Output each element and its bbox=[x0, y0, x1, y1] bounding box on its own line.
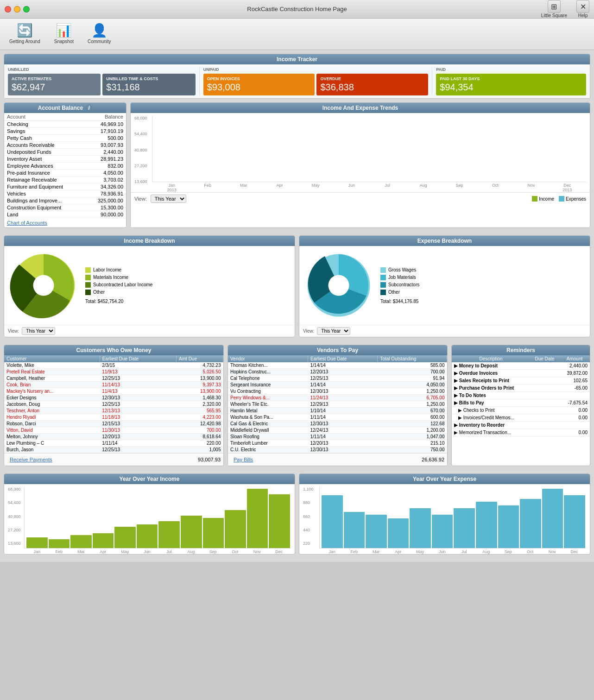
getting-around-button[interactable]: 🔄 Getting Around bbox=[9, 24, 40, 44]
snapshot-button[interactable]: 📊 Snapshot bbox=[54, 24, 74, 44]
balance-row: Accounts Receivable93,007.93 bbox=[4, 142, 126, 149]
balance-account: Undeposited Funds bbox=[4, 149, 85, 156]
month-label: Oct bbox=[477, 183, 513, 192]
reminder-description: ▶ Sales Receipts to Print bbox=[452, 377, 530, 385]
month-label: Feb bbox=[190, 183, 226, 192]
yoy-expense-bar bbox=[542, 489, 563, 548]
overdue-label: OVERDUE bbox=[320, 76, 424, 81]
yoy-expense-bar bbox=[322, 495, 343, 548]
income-view-select[interactable]: This Year bbox=[22, 327, 55, 335]
reminder-row: ▶ Checks to Print0.00 bbox=[452, 407, 590, 414]
customer-due-date: 11/9/13 bbox=[100, 369, 176, 375]
customer-row: Cook, Brian11/14/139,397.33 bbox=[4, 382, 223, 388]
yoy-expense-bar bbox=[564, 495, 585, 548]
balance-amount: 325,000.00 bbox=[85, 197, 126, 204]
vendor-outstanding: 1,047.00 bbox=[378, 434, 447, 440]
minimize-button[interactable] bbox=[14, 6, 20, 13]
yoy-expense-month: Jun bbox=[431, 549, 454, 554]
open-invoices-value: $93,008 bbox=[207, 82, 311, 93]
vendor-outstanding: 700.00 bbox=[378, 369, 447, 375]
yoy-income-month: Sep bbox=[202, 549, 224, 554]
subcontracted-income-label: Subcontracted Labor Income bbox=[93, 282, 152, 287]
expense-view-select[interactable]: This Year bbox=[317, 327, 350, 335]
close-button[interactable] bbox=[5, 6, 11, 13]
labor-income-color bbox=[85, 267, 91, 273]
trends-month-labels: Jan 2013FebMarAprMayJunJulAugSepOctNovDe… bbox=[152, 182, 586, 192]
income-breakdown-header: Income Breakdown bbox=[4, 236, 295, 246]
vendor-row: Wheeler's Tile Etc.12/29/131,250.00 bbox=[228, 401, 447, 408]
customer-amt: 5,026.50 bbox=[177, 369, 223, 375]
vendor-row: Hamlin Metal1/10/14670.00 bbox=[228, 408, 447, 414]
vendor-due-date: 12/29/13 bbox=[308, 401, 378, 408]
window-title: RockCastle Construction Home Page bbox=[247, 6, 347, 13]
vendor-row: Cal Gas & Electric12/30/13122.68 bbox=[228, 421, 447, 427]
month-label: Dec 2013 bbox=[549, 183, 585, 192]
view-select[interactable]: This Year bbox=[151, 195, 186, 203]
col-reminder-due-date: Due Date bbox=[530, 355, 559, 362]
vendor-due-date: 12/20/13 bbox=[308, 440, 378, 447]
account-balance-panel: Account Balance i Account Balance Checki… bbox=[4, 102, 126, 228]
customer-name: Melton, Johnny bbox=[4, 434, 100, 440]
balance-account: Retainage Receivable bbox=[4, 177, 85, 183]
active-estimates-value: $62,947 bbox=[12, 82, 97, 93]
vendor-due-date: 12/25/13 bbox=[308, 375, 378, 382]
yoy-expense-month: Feb bbox=[343, 549, 366, 554]
customer-row: Melton, Johnny12/20/138,618.64 bbox=[4, 434, 223, 440]
paid-last-value: $94,354 bbox=[440, 82, 582, 93]
month-label: Jul bbox=[369, 183, 405, 192]
vendors-pay-title: Vendors To Pay bbox=[317, 347, 358, 353]
info-icon[interactable]: i bbox=[86, 105, 92, 111]
yoy-income-bar bbox=[181, 516, 202, 548]
reminders-table: Description Due Date Amount ▶ Money to D… bbox=[452, 355, 590, 436]
trends-panel: Income And Expense Trends 68,000 54,400 … bbox=[130, 102, 590, 228]
vendor-outstanding: 91.94 bbox=[378, 375, 447, 382]
yoy-expense-month: Sep bbox=[497, 549, 519, 554]
yoy-expense-month: Jan bbox=[321, 549, 343, 554]
customers-owe-table: Customer Earliest Due Date Amt Due Viole… bbox=[4, 355, 223, 453]
community-button[interactable]: 👤 Community bbox=[88, 24, 111, 44]
yoy-income-bar bbox=[247, 489, 268, 548]
month-label: Sep bbox=[442, 183, 478, 192]
reminder-amount: 0.00 bbox=[559, 407, 590, 414]
customer-row: Hendro Riyadi11/18/134,223.00 bbox=[4, 414, 223, 421]
customer-amt: 9,397.33 bbox=[177, 382, 223, 388]
reminder-due-date bbox=[530, 429, 559, 436]
balance-account: Checking bbox=[4, 121, 85, 128]
balance-account: Land bbox=[4, 211, 85, 218]
receive-payments-link[interactable]: Receive Payments bbox=[7, 455, 55, 464]
reminder-amount: 0.00 bbox=[559, 414, 590, 422]
maximize-button[interactable] bbox=[23, 6, 30, 13]
subcontractors-color bbox=[380, 282, 386, 288]
yoy-income-month-labels: JanFebMarAprMayJunJulAugSepOctNovDec bbox=[24, 549, 291, 554]
little-square-button[interactable]: ⊞ Little Square bbox=[541, 0, 567, 18]
customer-amt: 13,900.00 bbox=[177, 375, 223, 382]
reminder-description: ▶ Checks to Print bbox=[452, 407, 530, 414]
titlebar-right-actions: ⊞ Little Square ✕ Help bbox=[541, 0, 589, 18]
customers-footer: Receive Payments 93,007.93 bbox=[4, 453, 223, 466]
chart-of-accounts-link[interactable]: Chart of Accounts bbox=[4, 218, 50, 227]
month-label: Jan 2013 bbox=[154, 183, 190, 192]
customer-row: Ecker Designs12/30/131,468.30 bbox=[4, 395, 223, 401]
vendor-row: Vu Contracting12/30/131,250.00 bbox=[228, 388, 447, 395]
customer-due-date: 11/4/13 bbox=[100, 388, 176, 395]
pay-bills-link[interactable]: Pay Bills bbox=[231, 455, 256, 464]
vendor-name: Washuta & Son Pa... bbox=[228, 414, 308, 421]
reminder-description: ▶ Inventory to Reorder bbox=[452, 422, 530, 429]
customer-name: Vitton, David bbox=[4, 427, 100, 434]
trends-chart-area: 68,000 54,400 40,800 27,200 13,600 Jan 2… bbox=[131, 113, 590, 192]
vendor-name: Wheeler's Tile Etc. bbox=[228, 401, 308, 408]
reminder-description: ▶ Memorized Transaction... bbox=[452, 429, 530, 436]
customer-due-date: 12/20/13 bbox=[100, 434, 176, 440]
reminder-description: ▶ Invoices/Credit Memos... bbox=[452, 414, 530, 422]
col-amt-due: Amt Due bbox=[177, 355, 223, 362]
reminders-header: Reminders bbox=[452, 345, 590, 355]
help-button[interactable]: ✕ Help bbox=[576, 0, 589, 18]
customer-due-date: 12/13/13 bbox=[100, 408, 176, 414]
window-controls[interactable] bbox=[5, 6, 30, 13]
vendor-outstanding: 1,250.00 bbox=[378, 388, 447, 395]
reminder-amount bbox=[559, 422, 590, 429]
expense-view-label: View: bbox=[303, 328, 314, 334]
reminder-row: ▶ Memorized Transaction...0.00 bbox=[452, 429, 590, 436]
reminder-due-date bbox=[530, 385, 559, 392]
income-pie-chart bbox=[9, 251, 78, 320]
